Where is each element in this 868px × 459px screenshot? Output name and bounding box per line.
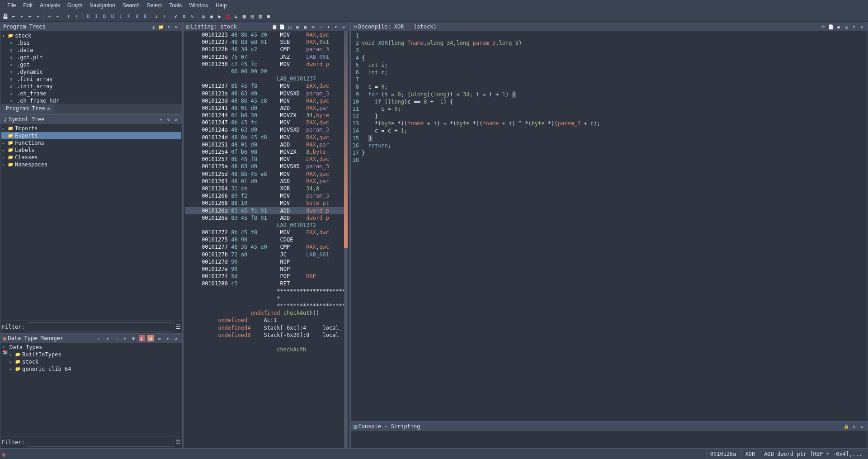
listing-line[interactable]: 0010124d 48 8b 45 d8 MOV RAX,qwc [185,134,344,141]
menu-icon[interactable]: ▾ [165,24,172,30]
tab-program-tree[interactable]: Program Tree ✕ [2,104,54,113]
decompile-line[interactable]: 2void XOR(long fname,ulong 34,long param… [352,39,867,47]
menu-file[interactable]: File [4,1,19,9]
up-icon[interactable]: ↑ [161,13,168,20]
menu-tools[interactable]: Tools [165,1,185,9]
listing-line[interactable]: 00101227 48 83 e8 01 SUB RAX,0x1 [185,38,344,46]
menu-select[interactable]: Select [143,1,165,9]
close-icon[interactable]: ✕ [173,335,179,341]
symbol-tree-item-exports[interactable]: ▸📁Exports [1,132,181,139]
listing-line[interactable]: 0010127f 5d POP RBP [185,273,344,280]
prev-icon[interactable]: ⬆ [65,13,72,20]
edit-icon[interactable]: ✎ [189,13,196,20]
close-icon[interactable]: ✕ [173,24,179,30]
dtm-item[interactable]: ▸📁BuiltInTypes [1,351,181,358]
program-tree-item[interactable]: ▫.data [1,47,181,54]
diff-icon[interactable]: ⇄ [310,24,316,30]
listing-line[interactable]: 0010127d 90 NOP [185,258,344,265]
listing-line[interactable]: 00101241 48 01 d0 ADD RAX,par [185,104,344,112]
check-icon[interactable]: ✔ [172,13,179,20]
save-icon[interactable]: 💾 [2,13,9,20]
home-icon[interactable]: ⌂ [158,116,164,123]
gear-icon[interactable]: ⚙ [180,13,188,20]
decompile-line[interactable]: 15 } [352,135,867,142]
paste-icon[interactable]: 📄 [279,24,285,30]
F-icon[interactable]: F [125,13,132,20]
listing-line[interactable]: 0010124a 48 63 d0 MOVSXD param_3 [185,126,344,133]
bytes-icon[interactable]: ▤ [249,13,256,20]
listing-line[interactable]: 00101230 c7 45 fc MOV dword p [185,61,344,68]
decompile-line[interactable]: 4{ [352,54,867,62]
menu-window[interactable]: Window [185,1,212,9]
symbol-filter-input[interactable] [27,322,174,331]
listing-line[interactable]: 00101272 8b 45 f8 MOV EAX,dwc [185,229,344,236]
fwd-menu-icon[interactable]: ▾ [122,335,128,341]
xref-icon[interactable]: ⇆ [232,13,240,20]
back-menu-icon[interactable]: ▾ [18,13,25,20]
back-menu-icon[interactable]: ▾ [104,335,111,341]
symbol-tree-item-namespaces[interactable]: ▸📁Namespaces [1,161,181,168]
D-icon[interactable]: D [85,13,92,20]
dtm-filter-input[interactable] [27,438,174,447]
listing-line[interactable]: 00101266 89 f2 MOV param_3 [185,192,344,199]
fwd-icon[interactable]: → [26,13,33,20]
decompile-line[interactable]: 9 for (i = 0; (ulong)(long)i < 34; i = i… [352,91,867,98]
program-tree-root[interactable]: ▾ 📁 stock [1,32,181,39]
clear-icon[interactable]: ✎ [851,423,857,430]
listing-line[interactable]: 0010127b 72 a0 JC LAB_001 [185,251,344,258]
decompile-line[interactable]: 12 } [352,113,867,120]
menu-navigation[interactable]: Navigation [86,1,119,9]
listing-line[interactable]: 00101254 0f b6 08 MOVZX 8,byte [185,148,344,156]
decompile-line[interactable]: 1 [352,32,867,39]
strings-icon[interactable]: ≡ [265,13,272,20]
decompile-line[interactable]: 14 c = c + 1; [352,127,867,134]
decompile-line[interactable]: 8 c = 0; [352,83,867,90]
program-tree-item[interactable]: ▫.fini_array [1,76,181,83]
debug-icon[interactable]: 🐞 [224,13,231,20]
program-tree-item[interactable]: ▫.eh_frame [1,90,181,97]
symbol-tree-item-classes[interactable]: ▸📁Classes [1,154,181,161]
menu-search[interactable]: Search [119,1,143,9]
listing-line[interactable]: 0010123d 48 8b 45 e8 MOV RAX,qwc [185,97,344,104]
menu-icon[interactable]: ▾ [851,24,857,30]
listing-scrollbar[interactable] [344,31,348,448]
nav-icon[interactable]: ⬌ [317,24,324,30]
listing-line[interactable]: 0010125a 48 63 d0 MOVSXD param_3 [185,163,344,170]
decompile-line[interactable]: 16 return; [352,142,867,149]
program-tree-item[interactable]: ▫.got [1,61,181,68]
mem-icon[interactable]: ▥ [257,13,264,20]
collapse-icon[interactable]: ▭ [156,335,162,341]
symbol-tree-item-imports[interactable]: ▸📁Imports [1,125,181,132]
listing-line[interactable]: 0010123a 48 63 d0 MOVSXD param_3 [185,90,344,97]
program-tree-item[interactable]: ▫.bss [1,39,181,47]
decompile-line[interactable]: 7 [352,76,867,83]
close-icon[interactable]: ✕ [173,116,179,123]
fields-icon[interactable]: ▦ [302,24,308,30]
graph-icon[interactable]: ◉ [208,13,215,20]
menu-help[interactable]: Help [212,1,231,9]
menu-icon[interactable]: ▾ [165,335,171,341]
program-tree-item[interactable]: ▫.init_array [1,83,181,90]
filter-icon[interactable]: ▼ [130,335,137,341]
dtm-item[interactable]: ▸📁stock [1,358,181,365]
V-icon[interactable]: V [133,13,141,20]
listing-line[interactable]: LAB_00101272 [185,222,344,229]
back-icon[interactable]: ← [10,13,17,20]
decompile-line[interactable]: 18 [352,156,867,164]
redo-icon[interactable]: ↷ [54,13,61,20]
close-icon[interactable]: ✕ [859,24,865,30]
marker-icon[interactable]: ◎ [200,13,207,20]
D-icon[interactable]: D [101,13,108,20]
symbol-tree-item-functions[interactable]: ▸📁Functions [1,139,181,147]
listing-line[interactable]: 0010126e 83 45 f8 01 ADD dword p [185,214,344,222]
listing-line[interactable]: 00101257 8b 45 f8 MOV EAX,dwc [185,156,344,163]
refresh-icon[interactable]: ⟳ [820,24,826,30]
fwd-menu-icon[interactable]: ▾ [34,13,42,20]
menu-icon[interactable]: ▾ [333,24,339,30]
listing-line[interactable]: 00 00 00 00 [185,68,344,75]
unused-icon[interactable]: ◨ [147,335,154,341]
B-icon[interactable]: B [142,13,149,20]
decompile-body[interactable]: 12void XOR(long fname,ulong 34,long para… [351,31,868,421]
L-icon[interactable]: L [117,13,124,20]
filter-options-icon[interactable]: ☰ [176,439,181,445]
